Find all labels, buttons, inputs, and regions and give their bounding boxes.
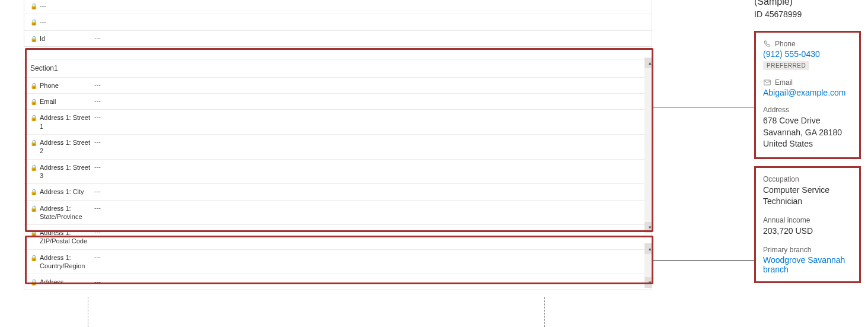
section2-scrollbar[interactable]: ▴ ▾ [644, 243, 652, 288]
field-row[interactable]: 🔒Address 1: Country/Region--- [24, 250, 652, 275]
form-designer: 🔒 --- 🔒 --- 🔒 Id --- Section1 🔒Phone--- … [24, 0, 652, 300]
sample-id: ID 45678999 [754, 9, 861, 19]
scroll-up-button[interactable]: ▴ [644, 58, 652, 68]
preview-address-value: 678 Cove Drive Savannah, GA 28180 United… [763, 115, 852, 150]
field-label: Phone [37, 81, 91, 90]
field-value: --- [91, 34, 646, 42]
preview-label: Address [763, 106, 852, 114]
preview-box-contact: Phone (912) 555-0430 PREFERRED Email Abi… [754, 31, 861, 159]
preview-email-value[interactable]: Abigail@example.com [763, 88, 852, 97]
scroll-up-button[interactable]: ▴ [644, 243, 652, 254]
preview-income-value: 203,720 USD [763, 226, 852, 237]
field-label: Email [37, 97, 91, 106]
preview-income: Annual income 203,720 USD [763, 216, 852, 237]
field-value: --- [91, 81, 646, 88]
section-1[interactable]: Section1 🔒Phone--- 🔒Email--- 🔒Address 1:… [24, 59, 652, 290]
preview-phone: Phone (912) 555-0430 PREFERRED [763, 40, 852, 70]
field-row[interactable]: 🔒 Id --- [24, 31, 652, 46]
field-label: Address 1: Country/Region [37, 253, 91, 271]
field-row[interactable]: 🔒Address 1: Street 3--- [24, 160, 652, 185]
lock-icon: 🔒 [30, 81, 37, 90]
field-row[interactable]: 🔒Phone--- [24, 78, 652, 94]
field-row[interactable]: 🔒 --- [24, 0, 652, 14]
mail-icon [763, 78, 771, 87]
field-value: --- [91, 163, 646, 170]
field-row[interactable]: 🔒Address 1: State/Province--- [24, 201, 652, 226]
field-value: --- [91, 278, 646, 285]
scroll-down-button[interactable]: ▾ [644, 222, 652, 233]
preview-label: Occupation [763, 175, 852, 183]
section-top[interactable]: 🔒 --- 🔒 --- 🔒 Id --- [24, 0, 652, 47]
field-row[interactable]: 🔒 --- [24, 14, 652, 30]
lock-icon: 🔒 [30, 97, 37, 106]
preview-pane: (Sample) ID 45678999 Phone (912) 555-043… [754, 0, 861, 283]
section1-scrollbar[interactable]: ▴ ▾ [644, 58, 652, 233]
preview-label: Primary branch [763, 246, 852, 254]
lock-icon: 🔒 [30, 253, 37, 262]
preview-branch-value[interactable]: Woodgrove Savannah branch [763, 255, 852, 274]
lock-icon: 🔒 [30, 138, 37, 147]
field-row[interactable]: 🔒Address 1: Street 2--- [24, 135, 652, 160]
field-label: --- [37, 18, 91, 26]
connector-line [653, 260, 754, 261]
field-row[interactable]: 🔒Address 1: ZIP/Postal Code--- [24, 225, 652, 250]
field-row[interactable]: 🔒Email--- [24, 94, 652, 110]
field-label: Address 1: Street 3 [37, 163, 91, 180]
field-row[interactable]: 🔒Address 1: Street 1--- [24, 110, 652, 135]
field-row[interactable]: 🔒Address 1: City--- [24, 184, 652, 200]
connector-line [653, 107, 754, 107]
preview-box-profile: Occupation Computer Service Technician A… [754, 166, 861, 283]
section-header[interactable]: Section1 [24, 59, 652, 78]
scroll-down-button[interactable]: ▾ [644, 277, 652, 288]
preview-email: Email Abigail@example.com [763, 78, 852, 97]
sample-title: (Sample) [754, 0, 861, 7]
preview-label: Phone [775, 40, 796, 48]
lock-icon: 🔒 [30, 228, 37, 237]
field-label: Address [37, 278, 91, 286]
field-value: --- [91, 253, 646, 261]
preview-label: Email [775, 78, 793, 87]
field-label: Address 1: Street 1 [37, 113, 91, 131]
dashed-guide [88, 297, 88, 327]
field-label: Address 1: State/Province [37, 204, 91, 221]
field-label: Address 1: ZIP/Postal Code [37, 228, 91, 246]
lock-icon: 🔒 [30, 188, 37, 196]
lock-icon: 🔒 [30, 18, 37, 26]
lock-icon: 🔒 [30, 204, 37, 212]
lock-icon: 🔒 [30, 163, 37, 172]
field-value: --- [91, 228, 646, 236]
field-row[interactable]: 🔒Address--- [24, 274, 652, 290]
preview-branch: Primary branch Woodgrove Savannah branch [763, 246, 852, 274]
field-label: Address 1: City [37, 188, 91, 196]
preview-occupation-value: Computer Service Technician [763, 185, 852, 208]
field-value: --- [91, 113, 646, 120]
lock-icon: 🔒 [30, 278, 37, 286]
preview-label: Annual income [763, 216, 852, 224]
lock-icon: 🔒 [30, 2, 37, 10]
field-value: --- [91, 97, 646, 104]
preview-phone-value[interactable]: (912) 555-0430 [763, 49, 852, 59]
phone-icon [763, 40, 771, 48]
field-value: --- [91, 204, 646, 211]
lock-icon: 🔒 [30, 34, 37, 43]
field-value: --- [91, 188, 646, 195]
svg-rect-0 [764, 80, 771, 85]
preferred-badge: PREFERRED [763, 61, 809, 70]
dashed-guide [544, 297, 545, 327]
field-label: Address 1: Street 2 [37, 138, 91, 155]
lock-icon: 🔒 [30, 113, 37, 122]
field-value: --- [91, 138, 646, 145]
preview-occupation: Occupation Computer Service Technician [763, 175, 852, 208]
field-label: --- [37, 2, 91, 10]
preview-address: Address 678 Cove Drive Savannah, GA 2818… [763, 106, 852, 150]
field-label: Id [37, 34, 91, 43]
